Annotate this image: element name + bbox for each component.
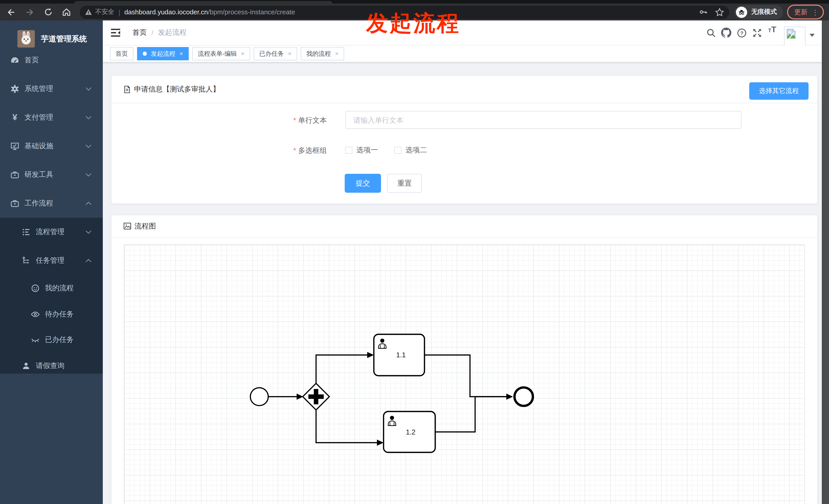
flow-gateway-task1 <box>316 355 368 384</box>
gear-icon <box>10 84 20 93</box>
avatar-caret-icon[interactable] <box>809 34 815 37</box>
document-icon <box>123 85 131 93</box>
chevron-down-icon <box>85 116 92 120</box>
tab-close-icon[interactable]: × <box>241 51 245 57</box>
page-scrollbar[interactable] <box>822 21 829 504</box>
sidebar-item-todo-tasks[interactable]: 待办任务 <box>0 302 103 327</box>
checkbox-option-2[interactable] <box>394 147 401 154</box>
checkbox-option-1-label[interactable]: 选项一 <box>356 146 378 155</box>
sidebar-item-home[interactable]: 首页 <box>0 46 103 75</box>
incognito-icon <box>736 6 747 17</box>
sidebar-item-task-mgmt[interactable]: 任务管理 <box>0 246 103 275</box>
sidebar-item-label: 请假查询 <box>36 361 103 371</box>
sidebar-item-label: 待办任务 <box>45 310 103 319</box>
sidebar-item-done-tasks[interactable]: 已办任务 <box>0 327 103 353</box>
checkbox-group-label: *多选框组 <box>224 146 327 155</box>
avatar[interactable] <box>784 27 805 48</box>
update-label: 更新 <box>794 7 807 16</box>
browser-active-tab[interactable] <box>74 1 332 4</box>
sidebar-item-label: 支付管理 <box>25 113 85 122</box>
required-mark: * <box>293 116 296 124</box>
checkbox-option-2-label[interactable]: 选项二 <box>405 146 427 155</box>
bpmn-user-task-1-1: 1.1 <box>374 334 425 376</box>
font-size-icon[interactable]: TT <box>764 25 780 40</box>
bpmn-canvas: 1.1 1.2 <box>124 244 805 504</box>
flow-gateway-task2 <box>316 410 377 443</box>
sidebar-item-leave-query[interactable]: 请假查询 <box>0 353 103 379</box>
breadcrumb-home[interactable]: 首页 <box>133 28 147 37</box>
reset-button[interactable]: 重置 <box>387 174 422 193</box>
sidebar-item-process-mgmt[interactable]: 流程管理 <box>0 218 103 246</box>
briefcase-icon <box>10 199 20 208</box>
tab-label: 首页 <box>116 49 128 58</box>
tab-close-icon[interactable]: × <box>180 51 183 57</box>
home-icon[interactable] <box>59 5 74 18</box>
fullscreen-icon[interactable] <box>749 25 764 40</box>
arrowhead <box>506 394 513 400</box>
bpmn-diagram: 1.1 1.2 <box>124 245 805 504</box>
help-icon[interactable]: ? <box>734 25 749 40</box>
chevron-down-icon <box>85 230 92 234</box>
tab-label: 我的流程 <box>307 49 331 58</box>
sidebar-item-infrastructure[interactable]: 基础设施 <box>0 132 103 160</box>
briefcase-icon <box>10 170 20 180</box>
submit-button[interactable]: 提交 <box>345 174 381 193</box>
chevron-up-icon <box>85 201 92 205</box>
required-mark: * <box>293 146 296 154</box>
sidebar-item-label: 我的流程 <box>45 284 103 293</box>
tab-close-icon[interactable]: × <box>288 51 291 57</box>
chevron-down-icon <box>85 144 92 148</box>
url-path: /bpm/process-instance/create <box>208 8 295 16</box>
apply-info-card-header: 申请信息【测试多审批人】 <box>111 76 817 103</box>
github-icon[interactable] <box>719 25 734 40</box>
sidebar-item-payment[interactable]: ¥ 支付管理 <box>0 103 103 132</box>
svg-text:?: ? <box>740 30 743 36</box>
sidebar-item-dev-tools[interactable]: 研发工具 <box>0 160 103 189</box>
eye-icon <box>31 310 40 319</box>
diagram-title: 流程图 <box>135 222 156 231</box>
sidebar-item-system[interactable]: 系统管理 <box>0 75 103 103</box>
breadcrumb-current: 发起流程 <box>158 28 187 37</box>
tab-done-tasks[interactable]: 已办任务× <box>254 47 297 60</box>
tab-home[interactable]: 首页 <box>110 47 134 60</box>
face-icon <box>31 284 40 293</box>
view-tabs: 首页 发起流程× 流程表单-编辑× 已办任务× 我的流程× <box>103 45 822 62</box>
refresh-icon[interactable] <box>41 5 55 18</box>
bookmark-star-icon[interactable] <box>715 7 724 16</box>
incognito-badge: 无痕模式 <box>734 5 783 19</box>
tab-form-edit[interactable]: 流程表单-编辑× <box>192 47 250 60</box>
browser-menu-icon[interactable]: ⋮ <box>812 8 819 16</box>
browser-update-button[interactable]: 更新 ⋮ <box>787 5 824 20</box>
url-host: dashboard.yudao.iocoder.cn <box>124 8 208 16</box>
sidebar-item-workflow[interactable]: 工作流程 <box>0 189 103 218</box>
tab-label: 发起流程 <box>151 49 175 58</box>
search-icon[interactable] <box>703 25 719 40</box>
back-icon[interactable] <box>4 5 19 18</box>
tab-start-process[interactable]: 发起流程× <box>137 47 189 60</box>
tab-my-process[interactable]: 我的流程× <box>301 47 344 60</box>
apply-info-title: 申请信息【测试多审批人】 <box>134 85 220 94</box>
password-key-icon[interactable] <box>699 8 708 16</box>
sidebar-item-my-process[interactable]: 我的流程 <box>0 275 103 302</box>
forward-icon[interactable] <box>23 5 37 18</box>
checkbox-option-1[interactable] <box>345 147 352 154</box>
logo-rabbit-image <box>17 30 35 47</box>
sidebar-item-label: 研发工具 <box>25 170 85 180</box>
sidebar-collapse-icon[interactable] <box>110 28 121 38</box>
tab-close-icon[interactable]: × <box>335 51 338 57</box>
user-icon <box>22 361 31 371</box>
bpmn-end-event <box>514 387 533 406</box>
flow-task1-end <box>425 355 507 397</box>
dashboard-icon <box>10 56 20 65</box>
sidebar-item-label: 基础设施 <box>25 142 85 151</box>
sidebar-item-label: 系统管理 <box>25 84 85 93</box>
warning-icon <box>85 9 92 15</box>
process-diagram-card: 流程图 <box>111 215 818 504</box>
active-dot-icon <box>143 52 147 56</box>
select-other-process-button[interactable]: 选择其它流程 <box>749 82 808 100</box>
incognito-label: 无痕模式 <box>751 8 777 16</box>
tab-label: 已办任务 <box>259 49 284 58</box>
flow-task2-end <box>435 397 507 432</box>
apply-info-card: 申请信息【测试多审批人】 选择其它流程 *单行文本 *多选框组 选项一 选项二 … <box>111 75 818 204</box>
single-line-text-input[interactable] <box>345 111 742 129</box>
